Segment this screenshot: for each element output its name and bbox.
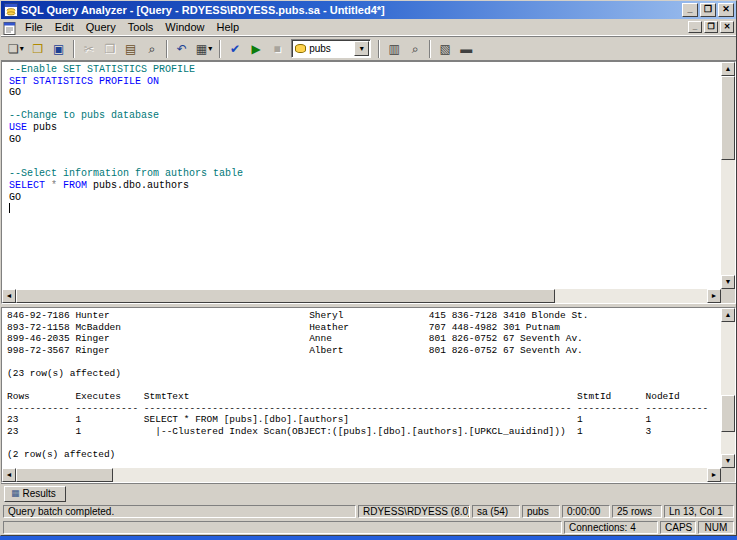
results-vscroll-track[interactable] xyxy=(721,322,735,454)
editor-vscroll-thumb[interactable] xyxy=(721,76,735,160)
editor-token: pubs.dbo.authors xyxy=(87,180,189,191)
tab-results[interactable]: ▦ Results xyxy=(4,486,66,502)
app-status-empty-panel xyxy=(3,521,562,534)
editor-line: USE pubs xyxy=(9,122,721,134)
editor-token: --Select information from authors table xyxy=(9,168,243,179)
status-server: RDYESS\RDYESS (8.0) xyxy=(358,505,470,518)
editor-token: SELECT xyxy=(9,180,45,191)
results-line: 893-72-1158 McBadden Heather 707 448-498… xyxy=(7,322,721,334)
mdi-minimize-icon[interactable]: _ xyxy=(688,21,702,33)
mdi-restore-icon[interactable]: ❐ xyxy=(704,21,718,33)
scrollbar-corner xyxy=(721,468,735,482)
editor-horizontal-scrollbar[interactable]: ◄ ► xyxy=(2,289,735,303)
editor-hscroll-thumb[interactable] xyxy=(16,289,555,303)
editor-line: --Change to pubs database xyxy=(9,110,721,122)
restore-icon[interactable]: ❐ xyxy=(700,3,716,17)
results-vertical-scrollbar[interactable]: ▲ ▼ xyxy=(721,308,735,468)
database-combo[interactable]: pubs▾ xyxy=(291,39,371,58)
sql-query-analyzer-window: SQL Query Analyzer - [Query - RDYESS\RDY… xyxy=(0,0,737,536)
editor-line: GO xyxy=(9,87,721,99)
text-cursor xyxy=(9,203,10,213)
editor-token: GO xyxy=(9,87,21,98)
close-icon[interactable]: ✕ xyxy=(718,3,734,17)
scroll-right-icon[interactable]: ► xyxy=(707,289,721,303)
editor-vertical-scrollbar[interactable]: ▲ ▼ xyxy=(721,62,735,289)
scroll-up-icon[interactable]: ▲ xyxy=(721,62,735,76)
parse-check-icon: ✔ xyxy=(230,43,240,55)
play-icon: ▶ xyxy=(252,43,261,55)
parse-query-button[interactable]: ✔ xyxy=(225,39,245,59)
open-folder-icon: ❒ xyxy=(32,43,43,55)
menu-help[interactable]: Help xyxy=(210,20,245,34)
load-script-button[interactable]: ❒ xyxy=(28,39,48,59)
results-line: (23 row(s) affected) xyxy=(7,368,721,380)
show-results-pane-button[interactable]: ▬ xyxy=(456,39,476,59)
menu-window[interactable]: Window xyxy=(159,20,210,34)
toolbar: ❏▾❒▣✂❐▤⌕↶▦▾✔▶■pubs▾▥⌕▧▬ xyxy=(1,36,736,61)
execute-query-button[interactable]: ▶ xyxy=(246,39,266,59)
query-window-icon[interactable] xyxy=(3,21,17,34)
window-title: SQL Query Analyzer - [Query - RDYESS\RDY… xyxy=(21,4,682,16)
status-connections: Connections: 4 xyxy=(564,521,658,534)
object-browser-icon: ▥ xyxy=(388,43,399,55)
object-search-icon: ⌕ xyxy=(412,43,419,55)
save-button[interactable]: ▣ xyxy=(49,39,69,59)
query-editor[interactable]: --Enable SET STATISTICS PROFILESET STATI… xyxy=(2,62,721,289)
paste-button[interactable]: ▤ xyxy=(121,39,141,59)
scroll-left-icon[interactable]: ◄ xyxy=(2,289,16,303)
editor-line: GO xyxy=(9,134,721,146)
tab-bar: ▦ Results xyxy=(1,483,736,503)
menu-file[interactable]: File xyxy=(19,20,49,34)
editor-vscroll-track[interactable] xyxy=(721,76,735,275)
results-line xyxy=(7,380,721,392)
new-query-icon: ❏ xyxy=(8,43,19,55)
results-hscroll-thumb[interactable] xyxy=(16,468,113,482)
results-line: 998-72-3567 Ringer Albert 801 826-0752 6… xyxy=(7,345,721,357)
cut-button: ✂ xyxy=(79,39,99,59)
results-pane: 846-92-7186 Hunter Sheryl 415 836-7128 3… xyxy=(1,307,736,483)
undo-button[interactable]: ↶ xyxy=(172,39,192,59)
scroll-down-icon[interactable]: ▼ xyxy=(721,454,735,468)
results-line: (2 row(s) affected) xyxy=(7,449,721,461)
new-query-button[interactable]: ❏▾ xyxy=(5,39,27,59)
dropdown-arrow-icon: ▾ xyxy=(20,44,24,53)
toolbar-separator xyxy=(166,40,168,58)
execute-mode-button[interactable]: ▦▾ xyxy=(193,39,215,59)
results-hscroll-track[interactable] xyxy=(16,468,707,482)
status-user: sa (54) xyxy=(472,505,520,518)
scroll-right-icon[interactable]: ► xyxy=(707,468,721,482)
scroll-down-icon[interactable]: ▼ xyxy=(721,275,735,289)
find-button[interactable]: ⌕ xyxy=(142,39,162,59)
results-line: 23 1 |--Clustered Index Scan(OBJECT:([pu… xyxy=(7,426,721,438)
status-caps-indicator: CAPS xyxy=(660,521,696,534)
menu-query[interactable]: Query xyxy=(80,20,122,34)
editor-line xyxy=(9,99,721,111)
results-vscroll-thumb[interactable] xyxy=(721,395,735,432)
screen: SQL Query Analyzer - [Query - RDYESS\RDY… xyxy=(0,0,737,540)
copy-icon: ❐ xyxy=(104,43,115,55)
menu-tools[interactable]: Tools xyxy=(122,20,160,34)
results-line: Rows Executes StmtText StmtId NodeId xyxy=(7,391,721,403)
object-search-button[interactable]: ⌕ xyxy=(405,39,425,59)
editor-token: pubs xyxy=(27,122,57,133)
scissors-icon: ✂ xyxy=(84,43,94,55)
app-icon[interactable] xyxy=(4,3,18,17)
combo-dropdown-icon[interactable]: ▾ xyxy=(354,41,369,56)
mdi-window-controls: _ ❐ ✕ xyxy=(688,21,734,33)
undo-icon: ↶ xyxy=(177,43,187,55)
results-horizontal-scrollbar[interactable]: ◄ ► xyxy=(2,468,735,482)
status-message: Query batch completed. xyxy=(3,505,356,518)
results-line: 846-92-7186 Hunter Sheryl 415 836-7128 3… xyxy=(7,310,721,322)
editor-line: SET STATISTICS PROFILE ON xyxy=(9,76,721,88)
editor-line: --Enable SET STATISTICS PROFILE xyxy=(9,64,721,76)
copy-button: ❐ xyxy=(100,39,120,59)
scroll-up-icon[interactable]: ▲ xyxy=(721,308,735,322)
editor-hscroll-track[interactable] xyxy=(16,289,707,303)
scroll-left-icon[interactable]: ◄ xyxy=(2,468,16,482)
mdi-close-icon[interactable]: ✕ xyxy=(720,21,734,33)
minimize-icon[interactable]: _ xyxy=(682,3,698,17)
editor-line xyxy=(9,145,721,157)
menu-edit[interactable]: Edit xyxy=(49,20,80,34)
current-activity-button[interactable]: ▧ xyxy=(435,39,455,59)
object-browser-button[interactable]: ▥ xyxy=(384,39,404,59)
